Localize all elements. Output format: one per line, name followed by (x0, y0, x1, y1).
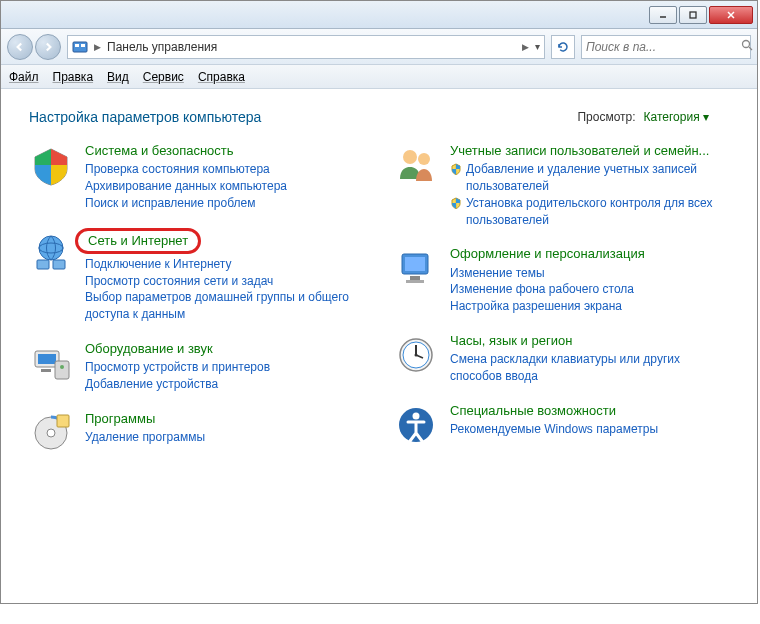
category-title[interactable]: Часы, язык и регион (450, 333, 729, 349)
menu-view[interactable]: Вид (107, 70, 129, 84)
nav-buttons (7, 34, 61, 60)
svg-rect-15 (55, 361, 69, 379)
link-text: Изменение темы (450, 265, 545, 282)
category-link[interactable]: Настройка разрешения экрана (450, 298, 729, 315)
svg-point-19 (47, 429, 55, 437)
category: Учетные записи пользователей и семейн...… (394, 143, 729, 228)
category: Система и безопасностьПроверка состояния… (29, 143, 364, 212)
address-arrow: ▶ (94, 42, 101, 52)
toolbar: ▶ Панель управления ▶ ▾ (1, 29, 757, 65)
category-title[interactable]: Оформление и персонализация (450, 246, 729, 262)
access-icon (394, 403, 438, 447)
header-row: Настройка параметров компьютера Просмотр… (29, 109, 729, 125)
category-title[interactable]: Программы (85, 411, 364, 427)
back-button[interactable] (7, 34, 33, 60)
category-body: Учетные записи пользователей и семейн...… (450, 143, 729, 228)
forward-button[interactable] (35, 34, 61, 60)
control-panel-window: ▶ Панель управления ▶ ▾ Файл Правка Вид … (0, 0, 758, 604)
clock-icon (394, 333, 438, 377)
svg-point-7 (743, 41, 750, 48)
link-text: Просмотр устройств и принтеров (85, 359, 270, 376)
category-link[interactable]: Добавление устройства (85, 376, 364, 393)
view-selector: Просмотр: Категория ▾ (577, 110, 709, 124)
svg-rect-11 (37, 260, 49, 269)
category-link[interactable]: Проверка состояния компьютера (85, 161, 364, 178)
category-title[interactable]: Система и безопасность (85, 143, 364, 159)
category-link[interactable]: Выбор параметров домашней группы и общег… (85, 289, 364, 323)
control-panel-icon (72, 39, 88, 55)
category-link[interactable]: Изменение фона рабочего стола (450, 281, 729, 298)
category-body: Часы, язык и регионСмена раскладки клави… (450, 333, 729, 385)
link-text: Архивирование данных компьютера (85, 178, 287, 195)
svg-line-8 (749, 47, 752, 50)
category-link[interactable]: Просмотр устройств и принтеров (85, 359, 364, 376)
category-link[interactable]: Удаление программы (85, 429, 364, 446)
link-text: Просмотр состояния сети и задач (85, 273, 273, 290)
category-title[interactable]: Специальные возможности (450, 403, 729, 419)
link-text: Подключение к Интернету (85, 256, 232, 273)
uac-shield-icon (450, 195, 462, 214)
left-column: Система и безопасностьПроверка состояния… (29, 143, 364, 455)
menu-edit[interactable]: Правка (53, 70, 94, 84)
category: Сеть и ИнтернетПодключение к ИнтернетуПр… (29, 230, 364, 323)
search-box[interactable] (581, 35, 751, 59)
link-text: Поиск и исправление проблем (85, 195, 255, 212)
address-arrow: ▶ (522, 42, 529, 52)
category-link[interactable]: Рекомендуемые Windows параметры (450, 421, 729, 438)
link-text: Добавление и удаление учетных записей по… (466, 161, 729, 195)
menu-help[interactable]: Справка (198, 70, 245, 84)
link-text: Смена раскладки клавиатуры или других сп… (450, 351, 729, 385)
link-text: Выбор параметров домашней группы и общег… (85, 289, 364, 323)
link-text: Удаление программы (85, 429, 205, 446)
svg-rect-12 (53, 260, 65, 269)
category-title[interactable]: Оборудование и звук (85, 341, 364, 357)
category-link[interactable]: Изменение темы (450, 265, 729, 282)
minimize-button[interactable] (649, 6, 677, 24)
content-area: Настройка параметров компьютера Просмотр… (1, 89, 757, 603)
close-button[interactable] (709, 6, 753, 24)
svg-rect-26 (406, 280, 424, 283)
maximize-button[interactable] (679, 6, 707, 24)
category: Часы, язык и регионСмена раскладки клави… (394, 333, 729, 385)
menu-tools[interactable]: Сервис (143, 70, 184, 84)
view-label: Просмотр: (577, 110, 635, 124)
appearance-icon (394, 246, 438, 290)
category-body: ПрограммыУдаление программы (85, 411, 364, 455)
category-title[interactable]: Сеть и Интернет (88, 233, 188, 249)
right-column: Учетные записи пользователей и семейн...… (394, 143, 729, 455)
category-link[interactable]: Подключение к Интернету (85, 256, 364, 273)
address-dropdown-icon[interactable]: ▾ (535, 41, 540, 52)
view-value[interactable]: Категория ▾ (644, 110, 709, 124)
link-text: Добавление устройства (85, 376, 218, 393)
category-body: Система и безопасностьПроверка состояния… (85, 143, 364, 212)
svg-point-22 (418, 153, 430, 165)
category-link[interactable]: Установка родительского контроля для все… (450, 195, 729, 229)
menu-file[interactable]: Файл (9, 70, 39, 84)
search-input[interactable] (586, 40, 737, 54)
category-link[interactable]: Архивирование данных компьютера (85, 178, 364, 195)
menubar: Файл Правка Вид Сервис Справка (1, 65, 757, 89)
category: Оборудование и звукПросмотр устройств и … (29, 341, 364, 393)
address-text: Панель управления (107, 40, 516, 54)
svg-rect-17 (41, 369, 51, 372)
category-columns: Система и безопасностьПроверка состояния… (29, 143, 729, 455)
address-bar[interactable]: ▶ Панель управления ▶ ▾ (67, 35, 545, 59)
svg-rect-6 (81, 44, 85, 47)
category-title[interactable]: Учетные записи пользователей и семейн... (450, 143, 729, 159)
search-icon (741, 39, 753, 54)
category-link[interactable]: Поиск и исправление проблем (85, 195, 364, 212)
svg-rect-25 (410, 276, 420, 280)
svg-point-16 (60, 365, 64, 369)
svg-rect-5 (75, 44, 79, 47)
category-link[interactable]: Добавление и удаление учетных записей по… (450, 161, 729, 195)
link-text: Настройка разрешения экрана (450, 298, 622, 315)
category: ПрограммыУдаление программы (29, 411, 364, 455)
refresh-button[interactable] (551, 35, 575, 59)
link-text: Установка родительского контроля для все… (466, 195, 729, 229)
svg-rect-20 (57, 415, 69, 427)
svg-point-21 (403, 150, 417, 164)
category-body: Оборудование и звукПросмотр устройств и … (85, 341, 364, 393)
category-link[interactable]: Просмотр состояния сети и задач (85, 273, 364, 290)
category-link[interactable]: Смена раскладки клавиатуры или других сп… (450, 351, 729, 385)
category: Специальные возможностиРекомендуемые Win… (394, 403, 729, 447)
